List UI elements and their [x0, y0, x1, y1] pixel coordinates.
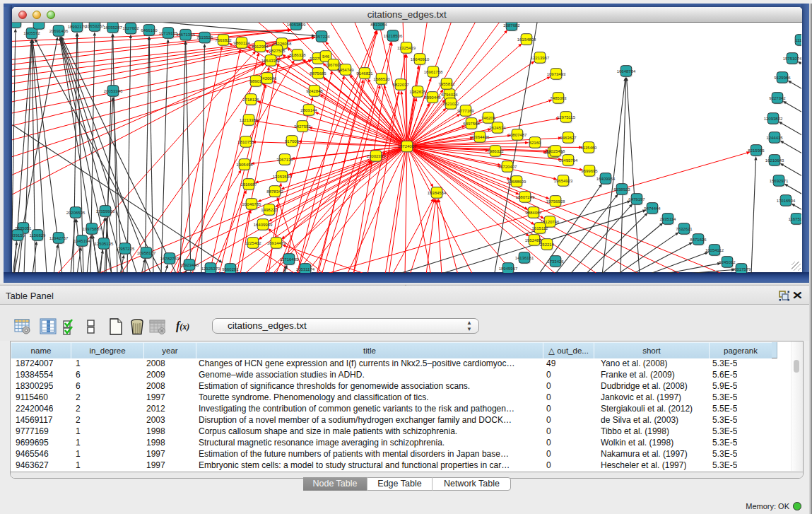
- svg-text:8990448: 8990448: [424, 95, 441, 99]
- svg-text:9560291: 9560291: [222, 267, 239, 271]
- svg-text:1621022: 1621022: [442, 101, 459, 105]
- svg-text:20531174: 20531174: [296, 267, 315, 271]
- svg-text:1362635: 1362635: [409, 89, 426, 93]
- svg-text:7986322: 7986322: [487, 148, 504, 153]
- svg-text:8912954: 8912954: [252, 44, 269, 48]
- svg-text:1810755: 1810755: [237, 139, 254, 144]
- svg-text:16648784: 16648784: [617, 69, 636, 73]
- svg-text:17957225: 17957225: [116, 246, 135, 250]
- svg-text:19317579: 19317579: [732, 267, 751, 271]
- svg-text:16671355: 16671355: [176, 33, 195, 37]
- svg-text:7485063: 7485063: [550, 95, 567, 100]
- svg-text:10719155: 10719155: [159, 30, 178, 35]
- svg-text:11325419: 11325419: [397, 45, 416, 49]
- svg-text:9463627: 9463627: [560, 135, 577, 139]
- svg-text:20053346: 20053346: [104, 88, 123, 93]
- svg-text:9427552: 9427552: [294, 124, 311, 128]
- svg-text:9242848: 9242848: [306, 88, 323, 93]
- svg-text:15716485: 15716485: [280, 257, 299, 261]
- svg-text:19218506: 19218506: [384, 33, 403, 37]
- svg-text:18992179: 18992179: [68, 24, 87, 28]
- svg-text:6466160: 6466160: [141, 28, 158, 32]
- svg-text:16154808: 16154808: [517, 37, 536, 41]
- svg-text:1733426: 1733426: [547, 259, 564, 263]
- svg-text:10973493: 10973493: [547, 71, 566, 76]
- svg-text:9884067: 9884067: [525, 210, 542, 214]
- svg-text:9827505: 9827505: [269, 48, 286, 52]
- svg-text:7357224: 7357224: [313, 34, 330, 38]
- svg-text:16053809: 16053809: [287, 23, 306, 27]
- svg-text:10807487: 10807487: [508, 132, 527, 136]
- svg-text:8215955: 8215955: [748, 148, 765, 152]
- svg-text:8813054: 8813054: [370, 23, 387, 27]
- svg-text:18807249: 18807249: [516, 194, 535, 199]
- svg-text:9245012: 9245012: [719, 259, 736, 264]
- svg-text:1615112: 1615112: [532, 226, 549, 230]
- svg-text:16961758: 16961758: [424, 69, 443, 74]
- svg-text:9699695: 9699695: [581, 168, 598, 173]
- svg-text:917006: 917006: [285, 139, 300, 143]
- svg-text:8878342: 8878342: [266, 189, 283, 193]
- svg-text:16495794: 16495794: [559, 158, 578, 162]
- svg-text:1905498: 1905498: [236, 162, 253, 166]
- svg-text:8471626: 8471626: [690, 237, 707, 241]
- svg-text:15751074: 15751074: [783, 56, 801, 60]
- svg-text:17359936: 17359936: [96, 209, 115, 213]
- svg-text:1916687: 1916687: [240, 182, 257, 186]
- svg-text:12505135: 12505135: [95, 241, 114, 245]
- svg-text:9227342: 9227342: [769, 95, 786, 100]
- svg-text:10958107: 10958107: [137, 250, 156, 255]
- svg-text:7632621: 7632621: [676, 226, 693, 230]
- svg-text:16409954: 16409954: [596, 176, 616, 180]
- svg-text:9860124: 9860124: [233, 40, 250, 45]
- svg-text:7663822: 7663822: [215, 37, 232, 42]
- svg-text:7955812: 7955812: [438, 81, 455, 86]
- svg-text:9777169: 9777169: [457, 108, 474, 112]
- svg-text:6794024: 6794024: [441, 92, 458, 96]
- svg-text:11125: 11125: [795, 37, 801, 42]
- svg-text:15692971: 15692971: [770, 178, 789, 182]
- svg-text:2935114: 2935114: [660, 216, 677, 221]
- svg-text:746206: 746206: [481, 115, 496, 119]
- svg-text:16210643: 16210643: [765, 158, 784, 162]
- svg-text:13353594: 13353594: [273, 174, 292, 178]
- svg-text:7515526: 7515526: [196, 35, 213, 40]
- svg-text:20691406: 20691406: [49, 28, 69, 33]
- svg-text:20046785: 20046785: [242, 201, 261, 206]
- svg-text:16409949: 16409949: [254, 222, 273, 226]
- svg-text:8454749: 8454749: [337, 67, 354, 71]
- svg-text:9129966: 9129966: [774, 75, 791, 79]
- svg-text:20364436: 20364436: [471, 134, 490, 139]
- svg-text:1527602: 1527602: [122, 26, 139, 30]
- svg-text:8875685: 8875685: [310, 71, 326, 75]
- svg-text:8186328: 8186328: [289, 52, 306, 57]
- svg-text:1345194: 1345194: [73, 238, 90, 243]
- svg-text:10653267: 10653267: [86, 23, 105, 28]
- svg-text:3624534: 3624534: [489, 125, 506, 129]
- svg-text:14136161: 14136161: [515, 255, 534, 259]
- svg-text:12213967: 12213967: [531, 55, 550, 59]
- svg-text:6479197: 6479197: [628, 197, 645, 201]
- svg-text:19975887: 19975887: [83, 226, 102, 230]
- svg-text:1905572: 1905572: [23, 31, 40, 35]
- svg-text:2087682: 2087682: [503, 23, 520, 27]
- svg-text:6497568: 6497568: [463, 121, 480, 125]
- svg-text:19384554: 19384554: [428, 190, 447, 194]
- svg-text:11923448: 11923448: [180, 262, 199, 267]
- svg-text:1156829: 1156829: [30, 233, 47, 237]
- svg-text:2718126: 2718126: [242, 97, 259, 101]
- svg-text:19756928: 19756928: [546, 199, 565, 203]
- svg-text:939159: 939159: [12, 233, 25, 237]
- svg-text:16782759: 16782759: [160, 256, 180, 260]
- svg-text:1167533: 1167533: [789, 216, 801, 221]
- svg-text:1225402: 1225402: [245, 240, 261, 245]
- svg-text:12942757: 12942757: [49, 235, 69, 240]
- svg-text:16055287: 16055287: [103, 25, 122, 29]
- svg-text:62160: 62160: [529, 140, 541, 144]
- svg-text:15720407: 15720407: [498, 164, 517, 168]
- svg-text:23002375: 23002375: [367, 153, 386, 158]
- svg-text:98901: 98901: [250, 78, 262, 83]
- svg-text:12213389: 12213389: [240, 117, 259, 122]
- svg-text:546: 546: [322, 54, 330, 58]
- svg-text:19025458: 19025458: [546, 148, 565, 153]
